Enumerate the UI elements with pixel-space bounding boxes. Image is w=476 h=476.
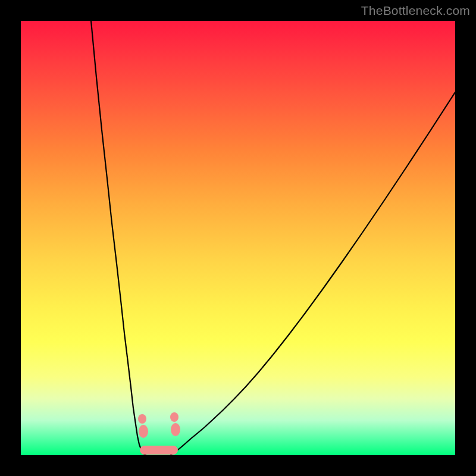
- plot-area: [21, 21, 455, 455]
- right-lobe-top: [170, 412, 178, 422]
- curve-layer: [21, 21, 455, 455]
- left-lobe-top: [138, 414, 146, 424]
- right-lobe-bottom: [171, 423, 180, 436]
- bottom-lobe: [140, 446, 178, 455]
- watermark-text: TheBottleneck.com: [361, 4, 470, 18]
- left-curve: [91, 21, 146, 455]
- left-lobe-bottom: [139, 425, 148, 438]
- chart-frame: TheBottleneck.com: [0, 0, 476, 476]
- right-curve: [171, 92, 455, 455]
